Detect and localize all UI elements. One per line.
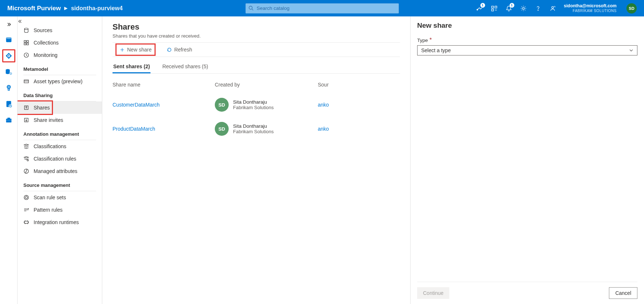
tab-received-shares[interactable]: Received shares (5)	[161, 61, 209, 73]
header-right: 1 1 sidontha@microsoft.com FABRIKAM SOLU…	[476, 3, 637, 14]
nav-scan-rule-sets-label: Scan rule sets	[34, 195, 66, 200]
nav-pattern-rules-label: Pattern rules	[34, 207, 62, 213]
nav-sources-label: Sources	[34, 27, 52, 33]
nav-collections[interactable]: Collections	[18, 36, 102, 49]
search-wrap	[245, 3, 399, 14]
data-source-icon[interactable]: 1	[476, 5, 483, 12]
source-link[interactable]: anko	[318, 102, 400, 108]
section-metamodel: Metamodel	[18, 61, 102, 75]
chevron-down-icon	[629, 48, 633, 53]
nav-shares-label: Shares	[34, 105, 50, 111]
svg-rect-26	[27, 41, 28, 42]
table-header: Share name Created by Sour	[113, 74, 400, 93]
table-row: ProductDataMarch SD Sita Dontharaju Fabr…	[113, 117, 400, 141]
svg-point-36	[25, 196, 27, 199]
new-share-button[interactable]: New share	[115, 43, 156, 56]
svg-rect-30	[24, 80, 28, 83]
asset-types-icon	[23, 78, 29, 84]
user-email: sidontha@microsoft.com	[564, 3, 617, 8]
nav-share-invites-label: Share invites	[34, 117, 63, 123]
collapse-nav-icon[interactable]	[18, 19, 102, 24]
pane-footer: Continue Cancel	[417, 282, 637, 299]
rail-expand-icon[interactable]	[0, 19, 18, 30]
rail-management-icon[interactable]	[2, 113, 15, 127]
nav-integration-runtimes[interactable]: Integration runtimes	[18, 216, 102, 228]
nav-pattern-rules[interactable]: Pattern rules	[18, 204, 102, 216]
nav-monitoring[interactable]: Monitoring	[18, 49, 102, 61]
breadcrumb-chevron: ▶	[64, 6, 67, 11]
svg-point-16	[5, 72, 9, 74]
refresh-button[interactable]: Refresh	[164, 45, 194, 55]
svg-rect-4	[495, 6, 496, 8]
table-row: CustomerDataMarch SD Sita Dontharaju Fab…	[113, 93, 400, 117]
gear-icon[interactable]	[520, 5, 527, 12]
col-share-name[interactable]: Share name	[113, 82, 215, 88]
share-link[interactable]: ProductDataMarch	[113, 126, 215, 132]
type-select[interactable]: Select a type	[417, 45, 637, 55]
nav-classification-rules[interactable]: Classification rules	[18, 153, 102, 165]
nav-asset-types-label: Asset types (preview)	[34, 78, 83, 84]
col-created-by[interactable]: Created by	[215, 82, 318, 88]
page-subtitle: Shares that you have created or received…	[113, 33, 400, 39]
brand-name[interactable]: Microsoft Purview ▶ sidontha-purview4	[7, 5, 123, 12]
rail-data-map-icon[interactable]	[2, 49, 15, 62]
svg-rect-5	[491, 9, 493, 11]
page-title: Shares	[113, 22, 400, 32]
nav-scan-rule-sets[interactable]: Scan rule sets	[18, 191, 102, 204]
tabs: Sent shares (2) Received shares (5)	[113, 61, 400, 74]
instance-name[interactable]: sidontha-purview4	[71, 5, 122, 12]
svg-rect-21	[6, 119, 11, 122]
classifications-icon	[23, 143, 29, 149]
user-cell: SD Sita Dontharaju Fabrikam Solutions	[215, 98, 318, 112]
row-user-name: Sita Dontharaju	[233, 123, 274, 129]
type-select-placeholder: Select a type	[421, 47, 451, 53]
nav-monitoring-label: Monitoring	[34, 52, 57, 58]
svg-point-33	[27, 159, 28, 161]
source-link[interactable]: anko	[318, 126, 400, 132]
nav-asset-types[interactable]: Asset types (preview)	[18, 75, 102, 88]
rail-policy-icon[interactable]	[2, 97, 15, 111]
svg-point-18	[7, 85, 10, 89]
header-avatar[interactable]: SD	[626, 3, 637, 14]
col-source[interactable]: Sour	[318, 82, 400, 88]
nav-classifications-label: Classifications	[34, 143, 66, 149]
nav-classifications[interactable]: Classifications	[18, 140, 102, 153]
nav-sources[interactable]: Sources	[18, 24, 102, 36]
command-bar: New share Refresh	[113, 42, 400, 57]
nav-classification-rules-label: Classification rules	[34, 156, 76, 162]
row-user-name: Sita Dontharaju	[233, 99, 274, 105]
scan-rule-sets-icon	[23, 195, 29, 200]
cancel-button[interactable]: Cancel	[609, 287, 637, 299]
tab-sent-shares[interactable]: Sent shares (2)	[113, 61, 150, 73]
user-block[interactable]: sidontha@microsoft.com FABRIKAM SOLUTION…	[564, 3, 617, 13]
monitoring-icon	[23, 52, 29, 58]
refresh-label: Refresh	[174, 47, 192, 53]
nav-managed-attributes[interactable]: Managed attributes	[18, 165, 102, 177]
brand-label: Microsoft Purview	[7, 5, 61, 12]
row-user-org: Fabrikam Solutions	[233, 105, 274, 110]
rail-data-catalog-icon[interactable]	[2, 33, 15, 46]
feedback-icon[interactable]	[549, 5, 556, 12]
icon-rail	[0, 16, 18, 304]
share-link[interactable]: CustomerDataMarch	[113, 102, 215, 108]
nav-integration-runtimes-label: Integration runtimes	[34, 219, 79, 225]
required-marker: *	[430, 37, 432, 43]
plus-icon	[119, 47, 125, 53]
row-user-org: Fabrikam Solutions	[233, 129, 274, 134]
svg-rect-38	[24, 221, 28, 223]
directory-icon[interactable]	[491, 5, 498, 12]
section-annotation: Annotation management	[18, 126, 102, 140]
help-icon[interactable]	[535, 5, 541, 12]
svg-point-24	[24, 28, 28, 30]
managed-attributes-icon	[23, 168, 29, 174]
classification-rules-icon	[23, 156, 29, 162]
rail-data-estate-icon[interactable]	[2, 65, 15, 78]
search-input[interactable]	[245, 3, 399, 14]
svg-point-10	[6, 37, 11, 39]
nav-shares[interactable]: Shares	[18, 101, 102, 114]
rail-insights-icon[interactable]	[2, 81, 15, 95]
bell-icon[interactable]: 1	[506, 5, 512, 12]
nav-share-invites[interactable]: Share invites	[18, 114, 102, 126]
continue-button[interactable]: Continue	[417, 287, 449, 299]
sources-icon	[23, 27, 29, 33]
